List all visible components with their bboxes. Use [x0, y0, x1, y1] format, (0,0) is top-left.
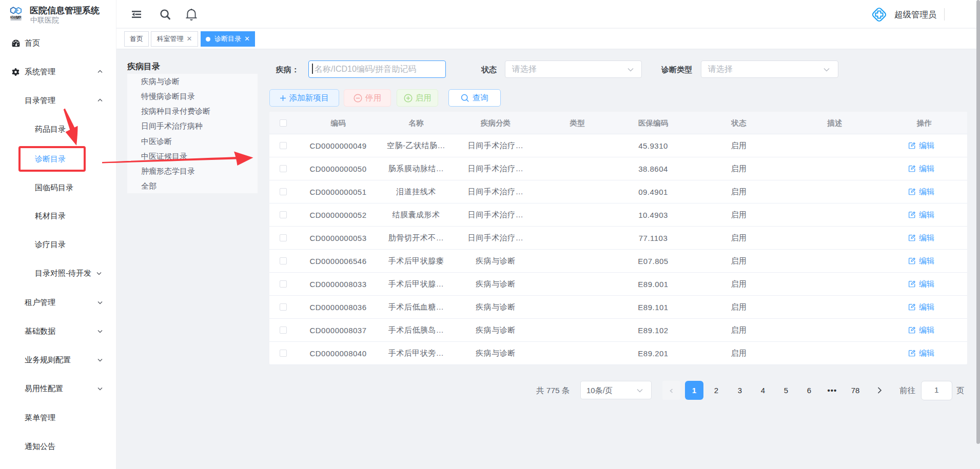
svg-text:经创智联: 经创智联: [10, 15, 22, 19]
